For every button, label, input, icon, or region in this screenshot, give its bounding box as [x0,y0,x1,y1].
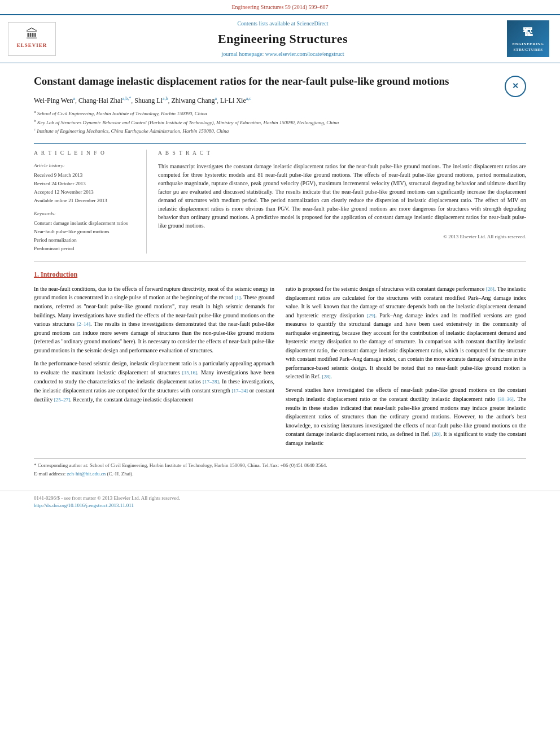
badge-icon: 🏗 [523,25,533,40]
author-1: Wei-Ping Wena [34,97,75,104]
footnote-email: E-mail address: zch-hit@hit.edu.cn (C.-H… [34,470,526,478]
affiliation-b: b Key Lab of Structures Dynamic Behavior… [34,118,526,127]
abstract-column: A B S T R A C T This manuscript investig… [158,150,526,254]
paper-content: ✕ Constant damage inelastic displacement… [0,63,560,491]
elsevier-building-icon: 🏛 [26,28,38,41]
issn-line: 0141-0296/$ - see front matter © 2013 El… [34,495,526,502]
intro-section: In the near-fault conditions, due to the… [34,285,526,452]
authors-line: Wei-Ping Wena, Chang-Hai Zhaia,b,*, Shua… [34,95,526,106]
keyword-4: Predominant period [34,245,138,252]
article-info-label: A R T I C L E I N F O [34,150,138,158]
history-online: Available online 21 December 2013 [34,197,138,204]
article-info-abstract: A R T I C L E I N F O Article history: R… [34,143,526,254]
keyword-3: Period normalization [34,237,138,244]
journal-reference: Engineering Structures 59 (2014) 599–607 [0,0,560,14]
author-4: Zhiwang Changa [172,97,217,104]
intro-left-col: In the near-fault conditions, due to the… [34,285,274,452]
copyright-line: © 2013 Elsevier Ltd. All rights reserved… [158,233,526,241]
intro-right-col: ratio is proposed for the seismic design… [286,285,526,452]
doi-line: http://dx.doi.org/10.1016/j.engstruct.20… [34,502,526,509]
intro-para-4: Several studies have investigated the ef… [286,386,526,447]
history-label: Article history: [34,162,138,169]
author-3: Shuang Lia,b [134,97,168,104]
bottom-bar: 0141-0296/$ - see front matter © 2013 El… [0,491,560,513]
history-accepted: Accepted 12 November 2013 [34,189,138,196]
keyword-1: Constant damage inelastic displacement r… [34,220,138,227]
elsevier-name: ELSEVIER [17,42,47,49]
journal-center-block: Contents lists available at ScienceDirec… [64,20,501,59]
footnote-corresponding: * Corresponding author at: School of Civ… [34,462,526,469]
author-2: Chang-Hai Zhaia,b,* [78,97,131,104]
history-revised: Revised 24 October 2013 [34,180,138,187]
paper-title: Constant damage inelastic displacement r… [34,75,526,89]
journal-badge: 🏗 ENGINEERING STRUCTURES [507,20,552,57]
journal-title: Engineering Structures [64,30,501,48]
journal-header: 🏛 ELSEVIER Contents lists available at S… [0,14,560,64]
intro-para-1: In the near-fault conditions, due to the… [34,285,274,355]
author-5: Li-Li Xiea,c [220,97,251,104]
affiliations: a School of Civil Engineering, Harbin In… [34,109,526,136]
section-divider [34,261,526,262]
intro-para-2: In the performance-based seismic design,… [34,359,274,404]
crossmark: ✕ [505,76,526,97]
elsevier-logo: 🏛 ELSEVIER [8,22,59,56]
keywords-label: Keywords: [34,210,138,217]
history-received: Received 9 March 2013 [34,172,138,179]
abstract-text: This manuscript investigates the constan… [158,162,526,230]
sciencedirect-link: Contents lists available at ScienceDirec… [64,20,501,28]
keywords-section: Keywords: Constant damage inelastic disp… [34,210,138,252]
article-info-column: A R T I C L E I N F O Article history: R… [34,150,147,254]
keyword-2: Near-fault pulse-like ground motions [34,228,138,235]
section-heading-intro: 1. Introduction [34,270,526,279]
crossmark-badge: ✕ [505,76,526,97]
affiliation-c: c Institute of Engineering Mechanics, Ch… [34,126,526,136]
affiliation-a: a School of Civil Engineering, Harbin In… [34,109,526,118]
journal-homepage: journal homepage: www.elsevier.com/locat… [64,50,501,59]
footnote-section: * Corresponding author at: School of Civ… [34,458,526,478]
intro-para-3: ratio is proposed for the seismic design… [286,285,526,382]
abstract-label: A B S T R A C T [158,150,526,158]
